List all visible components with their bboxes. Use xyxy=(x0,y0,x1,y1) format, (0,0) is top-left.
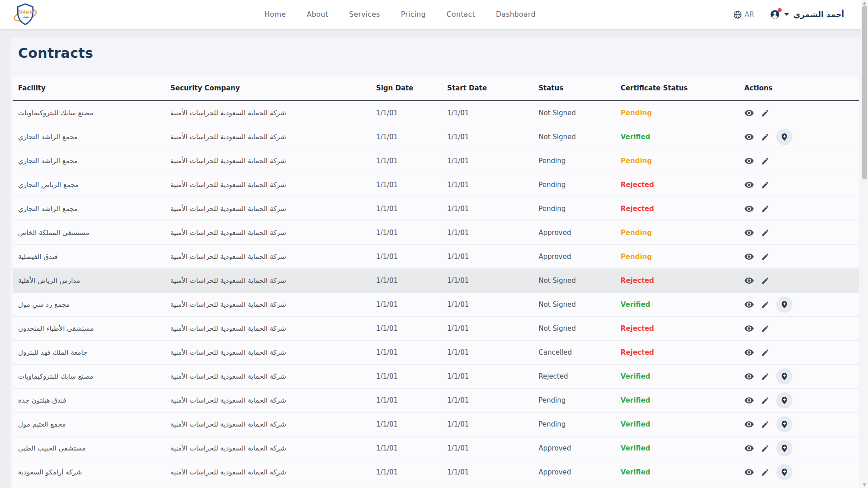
nav-link-services[interactable]: Services xyxy=(349,10,380,19)
pencil-icon xyxy=(761,324,769,333)
facility-cell: شركة أرامكو السعودية xyxy=(13,460,165,484)
header-status: Status xyxy=(533,75,615,101)
certificate-status-cell: Rejected xyxy=(615,173,739,197)
location-button[interactable] xyxy=(776,440,793,456)
user-menu[interactable]: أحمد الشمري xyxy=(770,9,844,19)
edit-button[interactable] xyxy=(761,205,769,213)
location-button[interactable] xyxy=(776,416,793,432)
location-button[interactable] xyxy=(776,129,793,145)
edit-button[interactable] xyxy=(761,468,769,477)
view-button[interactable] xyxy=(744,347,754,357)
facility-cell: جامعة الملك فهد للبترول xyxy=(13,341,165,365)
scrollbar-thumb[interactable] xyxy=(862,5,867,179)
scrollbar-down-arrow[interactable] xyxy=(863,483,866,486)
view-button[interactable] xyxy=(744,204,754,214)
view-button[interactable] xyxy=(744,324,754,333)
security-company-cell: شركة الحماية السعودية للحراسات الأمنية xyxy=(165,221,371,245)
sign-date-cell: 1/1/01 xyxy=(371,436,442,460)
security-company-cell: شركة الحماية السعودية للحراسات الأمنية xyxy=(165,317,371,341)
view-button[interactable] xyxy=(744,180,754,190)
certificate-status-cell: Verified xyxy=(615,125,739,149)
nav-link-pricing[interactable]: Pricing xyxy=(401,10,426,19)
edit-button[interactable] xyxy=(761,253,769,261)
view-button[interactable] xyxy=(744,443,754,453)
eye-icon xyxy=(744,419,754,429)
page-title: Contracts xyxy=(18,45,861,62)
contracts-table: Facility Security Company Sign Date Star… xyxy=(13,75,859,488)
actions-cell xyxy=(739,197,859,221)
edit-button[interactable] xyxy=(761,420,769,429)
edit-button[interactable] xyxy=(761,229,769,237)
nav-link-about[interactable]: About xyxy=(307,10,328,19)
notification-dot xyxy=(778,8,782,12)
edit-button[interactable] xyxy=(761,157,769,165)
certificate-status-cell: Pending xyxy=(615,221,739,245)
view-button[interactable] xyxy=(744,276,754,286)
shield-logo[interactable]: Shield شيلد xyxy=(13,3,38,26)
eye-icon xyxy=(744,276,754,286)
scrollbar-up-arrow[interactable] xyxy=(863,2,866,5)
edit-button[interactable] xyxy=(761,109,769,117)
view-button[interactable] xyxy=(744,395,754,405)
view-button[interactable] xyxy=(744,132,754,142)
status-cell: Not Signed xyxy=(533,317,615,341)
edit-button[interactable] xyxy=(761,277,769,285)
start-date-cell: 1/1/01 xyxy=(442,269,533,293)
view-button[interactable] xyxy=(744,371,754,381)
view-button[interactable] xyxy=(744,419,754,429)
edit-button[interactable] xyxy=(761,348,769,357)
sign-date-cell: 1/1/01 xyxy=(371,341,442,365)
edit-button[interactable] xyxy=(761,324,769,333)
eye-icon xyxy=(744,300,754,310)
certificate-status-cell: Verified xyxy=(615,365,739,389)
sign-date-cell: 1/1/01 xyxy=(371,245,442,269)
eye-icon xyxy=(744,156,754,166)
location-button[interactable] xyxy=(776,392,793,408)
svg-text:Shield: Shield xyxy=(18,9,33,14)
view-button[interactable] xyxy=(744,108,754,118)
table-row: شركة أرامكو السعودية شركة الحماية السعود… xyxy=(13,460,859,484)
certificate-status-cell: Verified xyxy=(615,293,739,317)
view-button[interactable] xyxy=(744,228,754,238)
security-company-cell: شركة الحماية السعودية للحراسات الأمنية xyxy=(165,413,371,436)
location-button[interactable] xyxy=(776,368,793,385)
security-company-cell: شركة الحماية السعودية للحراسات الأمنية xyxy=(165,365,371,389)
view-button[interactable] xyxy=(744,467,754,477)
pencil-icon xyxy=(761,468,769,477)
table-row: مصنع سابك للبتروكيماويات شركة الحماية ال… xyxy=(13,101,859,125)
edit-button[interactable] xyxy=(761,444,769,453)
pencil-icon xyxy=(761,109,769,117)
language-switcher[interactable]: AR xyxy=(733,10,755,19)
actions-cell xyxy=(739,149,859,173)
nav-link-dashboard[interactable]: Dashboard xyxy=(496,10,536,19)
header-certificate-status: Certificate Status xyxy=(615,75,739,101)
nav-link-home[interactable]: Home xyxy=(264,10,286,19)
certificate-status-cell: Rejected xyxy=(615,341,739,365)
edit-button[interactable] xyxy=(761,396,769,405)
status-cell: Not Signed xyxy=(533,125,615,149)
edit-button[interactable] xyxy=(761,300,769,309)
vertical-scrollbar[interactable] xyxy=(861,0,868,488)
actions-cell xyxy=(739,341,859,365)
location-button[interactable] xyxy=(776,296,793,313)
actions-cell xyxy=(739,317,859,341)
actions-cell xyxy=(739,484,859,488)
status-cell: Pending xyxy=(533,389,615,413)
table-row: مجمع الراشد التجاري شركة الحماية السعودي… xyxy=(13,197,859,221)
view-button[interactable] xyxy=(744,156,754,166)
view-button[interactable] xyxy=(744,300,754,310)
certificate-status-cell: Verified xyxy=(615,460,739,484)
table-row: فندق هيلتون جدة شركة الحماية السعودية لل… xyxy=(13,389,859,413)
view-button[interactable] xyxy=(744,252,754,262)
nav-link-contact[interactable]: Contact xyxy=(447,10,475,19)
table-row: جامعة الملك فهد للبترول شركة الحماية الس… xyxy=(13,341,859,365)
edit-button[interactable] xyxy=(761,133,769,141)
location-button[interactable] xyxy=(776,464,793,480)
edit-button[interactable] xyxy=(761,372,769,381)
edit-button[interactable] xyxy=(761,181,769,189)
start-date-cell: 1/1/01 xyxy=(442,317,533,341)
table-row: مطار الملك خالد الدولي شركة الحماية السع… xyxy=(13,484,859,488)
facility-cell: فندق هيلتون جدة xyxy=(13,389,165,413)
pencil-icon xyxy=(761,372,769,381)
sign-date-cell: 1/1/01 xyxy=(371,293,442,317)
